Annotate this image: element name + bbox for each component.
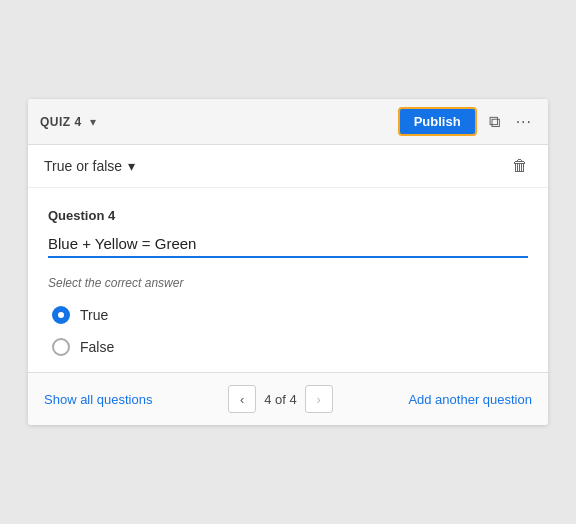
- list-item[interactable]: True: [52, 306, 528, 324]
- screen-icon-button[interactable]: ⧉: [485, 111, 504, 133]
- radio-true[interactable]: [52, 306, 70, 324]
- dots-icon: ···: [516, 113, 532, 131]
- select-answer-instruction: Select the correct answer: [48, 276, 528, 290]
- quiz-card: QUIZ 4 ▾ Publish ⧉ ··· True or false ▾ 🗑…: [28, 99, 548, 425]
- list-item[interactable]: False: [52, 338, 528, 356]
- quiz-chevron-icon[interactable]: ▾: [90, 115, 96, 129]
- question-type-label: True or false: [44, 158, 122, 174]
- screen-icon: ⧉: [489, 113, 500, 131]
- show-all-questions-button[interactable]: Show all questions: [44, 392, 152, 407]
- radio-inner-true: [58, 312, 64, 318]
- answer-options-list: True False: [48, 306, 528, 356]
- next-page-button[interactable]: ›: [305, 385, 333, 413]
- option-true-label: True: [80, 307, 108, 323]
- trash-icon: 🗑: [512, 157, 528, 175]
- option-false-label: False: [80, 339, 114, 355]
- type-chevron-icon: ▾: [128, 158, 135, 174]
- delete-question-button[interactable]: 🗑: [508, 155, 532, 177]
- card-body: Question 4 Select the correct answer Tru…: [28, 188, 548, 372]
- quiz-title: QUIZ 4: [40, 115, 82, 129]
- card-subheader: True or false ▾ 🗑: [28, 145, 548, 188]
- card-header: QUIZ 4 ▾ Publish ⧉ ···: [28, 99, 548, 145]
- add-another-question-button[interactable]: Add another question: [408, 392, 532, 407]
- card-footer: Show all questions ‹ 4 of 4 › Add anothe…: [28, 372, 548, 425]
- arrow-right-icon: ›: [316, 392, 320, 407]
- arrow-left-icon: ‹: [240, 392, 244, 407]
- pagination-controls: ‹ 4 of 4 ›: [228, 385, 333, 413]
- prev-page-button[interactable]: ‹: [228, 385, 256, 413]
- question-label: Question 4: [48, 208, 528, 223]
- question-type-selector[interactable]: True or false ▾: [44, 158, 135, 174]
- question-text-input[interactable]: [48, 235, 528, 258]
- publish-button[interactable]: Publish: [398, 107, 477, 136]
- header-left: QUIZ 4 ▾: [40, 115, 96, 129]
- page-info: 4 of 4: [264, 392, 297, 407]
- more-options-button[interactable]: ···: [512, 111, 536, 133]
- radio-false[interactable]: [52, 338, 70, 356]
- header-right: Publish ⧉ ···: [398, 107, 536, 136]
